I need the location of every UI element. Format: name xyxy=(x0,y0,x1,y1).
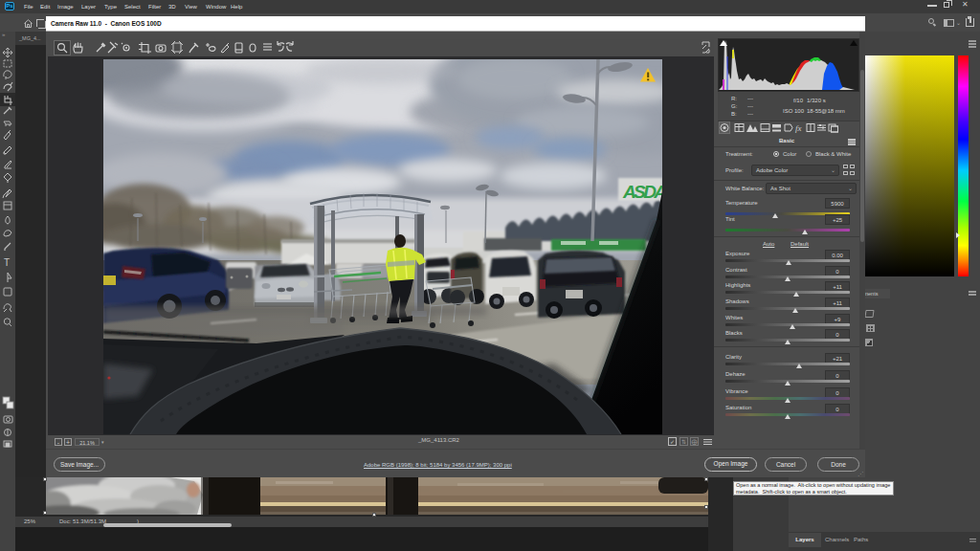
svg-text:T: T xyxy=(4,257,10,268)
svg-text:ASDA: ASDA xyxy=(622,182,662,202)
svg-text:fx: fx xyxy=(795,123,802,133)
